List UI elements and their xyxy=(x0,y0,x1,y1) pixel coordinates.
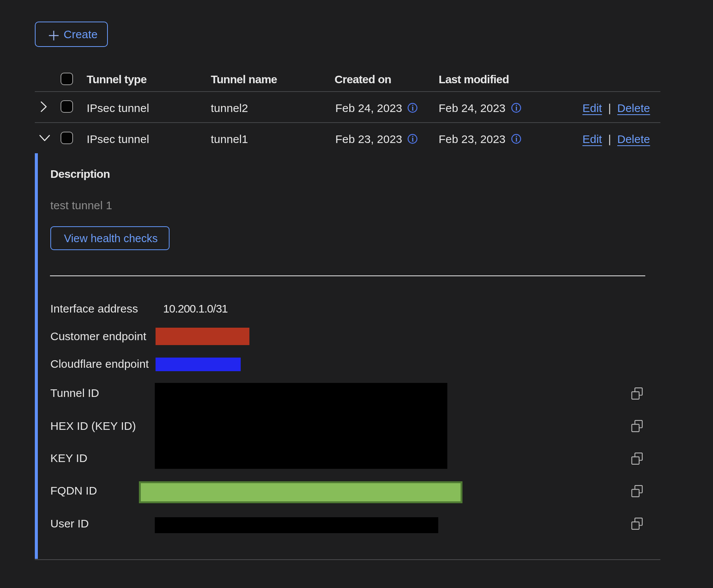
svg-text:i: i xyxy=(515,135,518,143)
svg-text:i: i xyxy=(412,104,414,112)
svg-text:i: i xyxy=(412,135,414,143)
svg-text:i: i xyxy=(515,104,518,112)
